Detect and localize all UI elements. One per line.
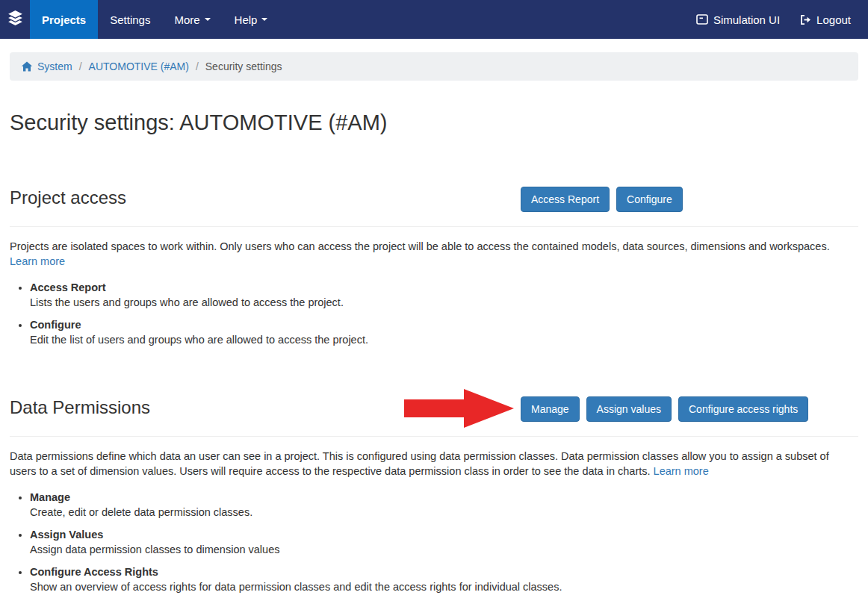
section-divider <box>10 226 858 227</box>
feature-list: Manage Create, edit or delete data permi… <box>10 490 858 594</box>
description-text: Projects are isolated spaces to work wit… <box>10 240 830 252</box>
configure-access-rights-button[interactable]: Configure access rights <box>678 396 808 422</box>
project-access-buttons: Access Report Configure <box>521 187 683 212</box>
access-report-button[interactable]: Access Report <box>521 187 610 212</box>
breadcrumb-item-label: System <box>37 60 72 72</box>
learn-more-link[interactable]: Learn more <box>654 465 709 477</box>
list-item: Manage Create, edit or delete data permi… <box>30 490 858 520</box>
nav-item-logout[interactable]: Logout <box>790 0 861 39</box>
layers-icon <box>6 10 25 29</box>
nav-item-projects[interactable]: Projects <box>30 0 98 39</box>
nav-item-label: More <box>174 13 199 26</box>
section-project-access: Project access Access Report Configure P… <box>10 187 858 347</box>
list-item-desc: Edit the list of users and groups who ar… <box>30 332 858 347</box>
list-item-term: Manage <box>30 490 858 505</box>
learn-more-link[interactable]: Learn more <box>10 255 65 267</box>
breadcrumb-home-link[interactable]: System <box>21 60 72 72</box>
list-item-desc: Assign data permission classes to dimens… <box>30 542 858 557</box>
section-description: Data permissions define which data an us… <box>10 449 858 479</box>
list-item-desc: Create, edit or delete data permission c… <box>30 505 858 520</box>
section-data-permissions: Data Permissions Manage Assign values Co… <box>10 396 858 594</box>
configure-button[interactable]: Configure <box>616 187 683 212</box>
breadcrumb-project-link[interactable]: AUTOMOTIVE (#AM) <box>89 60 189 72</box>
breadcrumb-separator: / <box>79 60 82 72</box>
nav-item-more[interactable]: More <box>162 0 222 39</box>
page-title: Security settings: AUTOMOTIVE (#AM) <box>10 110 858 134</box>
feature-list: Access Report Lists the users and groups… <box>10 280 858 347</box>
logout-label: Logout <box>816 13 851 26</box>
chevron-down-icon <box>261 18 267 21</box>
breadcrumb-current: Security settings <box>205 60 282 72</box>
section-description: Projects are isolated spaces to work wit… <box>10 239 858 269</box>
breadcrumb: System / AUTOMOTIVE (#AM) / Security set… <box>10 52 858 81</box>
list-item-term: Configure <box>30 317 858 332</box>
list-item: Configure Access Rights Show an overview… <box>30 564 858 594</box>
list-item-term: Assign Values <box>30 527 858 542</box>
simulation-ui-label: Simulation UI <box>713 13 780 26</box>
nav-item-help[interactable]: Help <box>223 0 280 39</box>
section-head: Data Permissions Manage Assign values Co… <box>10 396 858 429</box>
section-divider <box>10 436 858 437</box>
list-item-term: Access Report <box>30 280 858 295</box>
logout-icon <box>799 14 811 25</box>
nav-item-settings[interactable]: Settings <box>98 0 162 39</box>
nav-item-label: Settings <box>110 13 150 26</box>
nav-item-label: Help <box>235 13 258 26</box>
list-item: Access Report Lists the users and groups… <box>30 280 858 310</box>
assign-values-button[interactable]: Assign values <box>586 396 672 422</box>
app-logo[interactable] <box>0 0 30 39</box>
manage-button[interactable]: Manage <box>521 396 580 422</box>
list-item-term: Configure Access Rights <box>30 564 858 579</box>
app-window-icon <box>696 14 708 25</box>
section-heading: Project access <box>10 187 858 209</box>
navbar-right: Simulation UI Logout <box>686 0 868 39</box>
section-head: Project access Access Report Configure <box>10 187 858 219</box>
list-item: Assign Values Assign data permission cla… <box>30 527 858 557</box>
home-icon <box>21 61 33 72</box>
nav-item-label: Projects <box>42 13 86 26</box>
navbar-spacer <box>279 0 686 39</box>
main-content: Security settings: AUTOMOTIVE (#AM) Proj… <box>0 110 868 594</box>
data-permissions-buttons: Manage Assign values Configure access ri… <box>521 396 808 422</box>
list-item: Configure Edit the list of users and gro… <box>30 317 858 347</box>
chevron-down-icon <box>205 18 211 21</box>
top-navbar: Projects Settings More Help Simulation U… <box>0 0 868 39</box>
nav-item-simulation-ui[interactable]: Simulation UI <box>686 0 790 39</box>
breadcrumb-separator: / <box>196 60 199 72</box>
list-item-desc: Lists the users and groups who are allow… <box>30 295 858 310</box>
list-item-desc: Show an overview of access rights for da… <box>30 579 858 594</box>
